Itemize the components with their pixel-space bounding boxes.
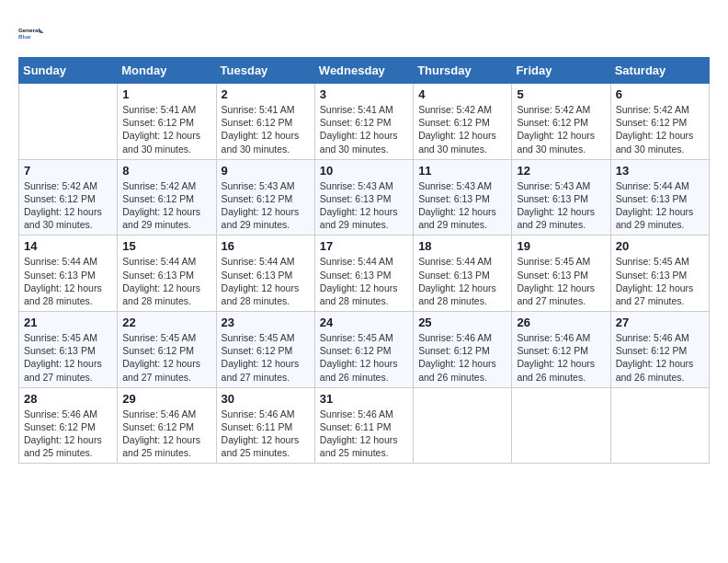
calendar-week-2: 7Sunrise: 5:42 AM Sunset: 6:12 PM Daylig…: [19, 159, 710, 236]
calendar-cell: 17Sunrise: 5:44 AM Sunset: 6:13 PM Dayli…: [314, 236, 413, 312]
day-number: 11: [418, 164, 506, 178]
day-number: 12: [517, 164, 605, 178]
day-number: 22: [122, 316, 210, 329]
day-number: 4: [418, 87, 506, 101]
day-number: 28: [24, 392, 112, 406]
day-number: 14: [24, 239, 112, 253]
calendar-cell: [610, 387, 709, 464]
day-number: 3: [320, 87, 408, 101]
day-number: 5: [517, 87, 605, 101]
calendar-header-row: SundayMondayTuesdayWednesdayThursdayFrid…: [19, 58, 710, 84]
calendar-week-1: 1Sunrise: 5:41 AM Sunset: 6:12 PM Daylig…: [19, 84, 710, 160]
day-number: 6: [616, 87, 704, 101]
day-info: Sunrise: 5:41 AM Sunset: 6:12 PM Dayligh…: [222, 103, 310, 155]
day-info: Sunrise: 5:46 AM Sunset: 6:12 PM Dayligh…: [418, 331, 506, 384]
calendar-cell: 5Sunrise: 5:42 AM Sunset: 6:12 PM Daylig…: [512, 84, 610, 160]
calendar-cell: 21Sunrise: 5:45 AM Sunset: 6:13 PM Dayli…: [19, 312, 118, 388]
column-header-thursday: Thursday: [414, 58, 512, 84]
column-header-friday: Friday: [512, 58, 610, 84]
day-number: 30: [222, 392, 310, 406]
calendar-cell: [512, 387, 610, 464]
day-info: Sunrise: 5:43 AM Sunset: 6:12 PM Dayligh…: [222, 179, 310, 232]
day-number: 9: [222, 164, 310, 178]
calendar-cell: 23Sunrise: 5:45 AM Sunset: 6:12 PM Dayli…: [216, 312, 314, 388]
calendar-cell: 11Sunrise: 5:43 AM Sunset: 6:13 PM Dayli…: [414, 159, 512, 236]
calendar-table: SundayMondayTuesdayWednesdayThursdayFrid…: [18, 57, 710, 464]
day-info: Sunrise: 5:46 AM Sunset: 6:12 PM Dayligh…: [122, 408, 210, 460]
logo-icon: GeneralBlue: [18, 18, 48, 48]
day-number: 7: [24, 164, 112, 178]
day-number: 15: [122, 239, 210, 253]
svg-text:General: General: [18, 27, 40, 33]
day-info: Sunrise: 5:42 AM Sunset: 6:12 PM Dayligh…: [24, 179, 112, 232]
day-number: 24: [320, 316, 408, 329]
column-header-sunday: Sunday: [19, 58, 118, 84]
calendar-cell: 25Sunrise: 5:46 AM Sunset: 6:12 PM Dayli…: [414, 312, 512, 388]
calendar-week-5: 28Sunrise: 5:46 AM Sunset: 6:12 PM Dayli…: [19, 387, 710, 464]
day-number: 25: [418, 316, 506, 329]
day-number: 10: [320, 164, 408, 178]
day-number: 2: [222, 87, 310, 101]
day-info: Sunrise: 5:46 AM Sunset: 6:12 PM Dayligh…: [517, 331, 605, 384]
day-info: Sunrise: 5:45 AM Sunset: 6:12 PM Dayligh…: [320, 331, 408, 384]
day-info: Sunrise: 5:44 AM Sunset: 6:13 PM Dayligh…: [24, 255, 112, 307]
day-info: Sunrise: 5:45 AM Sunset: 6:12 PM Dayligh…: [122, 331, 210, 384]
day-number: 23: [222, 316, 310, 329]
day-info: Sunrise: 5:41 AM Sunset: 6:12 PM Dayligh…: [122, 103, 210, 155]
day-info: Sunrise: 5:46 AM Sunset: 6:11 PM Dayligh…: [320, 408, 408, 460]
day-number: 21: [24, 316, 112, 329]
calendar-cell: 29Sunrise: 5:46 AM Sunset: 6:12 PM Dayli…: [118, 387, 216, 464]
calendar-week-3: 14Sunrise: 5:44 AM Sunset: 6:13 PM Dayli…: [19, 236, 710, 312]
day-info: Sunrise: 5:44 AM Sunset: 6:13 PM Dayligh…: [616, 179, 704, 232]
calendar-cell: 18Sunrise: 5:44 AM Sunset: 6:13 PM Dayli…: [414, 236, 512, 312]
day-number: 31: [320, 392, 408, 406]
calendar-body: 1Sunrise: 5:41 AM Sunset: 6:12 PM Daylig…: [19, 84, 710, 464]
calendar-cell: 24Sunrise: 5:45 AM Sunset: 6:12 PM Dayli…: [314, 312, 413, 388]
day-info: Sunrise: 5:41 AM Sunset: 6:12 PM Dayligh…: [320, 103, 408, 155]
calendar-cell: 16Sunrise: 5:44 AM Sunset: 6:13 PM Dayli…: [216, 236, 314, 312]
column-header-monday: Monday: [118, 58, 216, 84]
day-info: Sunrise: 5:46 AM Sunset: 6:11 PM Dayligh…: [222, 408, 310, 460]
calendar-cell: 10Sunrise: 5:43 AM Sunset: 6:13 PM Dayli…: [314, 159, 413, 236]
calendar-cell: 13Sunrise: 5:44 AM Sunset: 6:13 PM Dayli…: [610, 159, 709, 236]
day-info: Sunrise: 5:42 AM Sunset: 6:12 PM Dayligh…: [616, 103, 704, 155]
day-info: Sunrise: 5:46 AM Sunset: 6:12 PM Dayligh…: [616, 331, 704, 384]
day-info: Sunrise: 5:43 AM Sunset: 6:13 PM Dayligh…: [418, 179, 506, 232]
logo: GeneralBlue: [18, 18, 48, 48]
day-number: 16: [222, 239, 310, 253]
calendar-cell: 19Sunrise: 5:45 AM Sunset: 6:13 PM Dayli…: [512, 236, 610, 312]
calendar-cell: 1Sunrise: 5:41 AM Sunset: 6:12 PM Daylig…: [118, 84, 216, 160]
day-info: Sunrise: 5:43 AM Sunset: 6:13 PM Dayligh…: [320, 179, 408, 232]
day-number: 29: [122, 392, 210, 406]
day-number: 1: [122, 87, 210, 101]
calendar-cell: 20Sunrise: 5:45 AM Sunset: 6:13 PM Dayli…: [610, 236, 709, 312]
calendar-cell: 28Sunrise: 5:46 AM Sunset: 6:12 PM Dayli…: [19, 387, 118, 464]
day-info: Sunrise: 5:45 AM Sunset: 6:12 PM Dayligh…: [222, 331, 310, 384]
day-info: Sunrise: 5:42 AM Sunset: 6:12 PM Dayligh…: [517, 103, 605, 155]
day-info: Sunrise: 5:42 AM Sunset: 6:12 PM Dayligh…: [122, 179, 210, 232]
day-number: 27: [616, 316, 704, 329]
day-info: Sunrise: 5:42 AM Sunset: 6:12 PM Dayligh…: [418, 103, 506, 155]
calendar-cell: 2Sunrise: 5:41 AM Sunset: 6:12 PM Daylig…: [216, 84, 314, 160]
day-info: Sunrise: 5:46 AM Sunset: 6:12 PM Dayligh…: [24, 408, 112, 460]
calendar-cell: [19, 84, 118, 160]
day-info: Sunrise: 5:45 AM Sunset: 6:13 PM Dayligh…: [616, 255, 704, 307]
calendar-cell: 27Sunrise: 5:46 AM Sunset: 6:12 PM Dayli…: [610, 312, 709, 388]
day-number: 18: [418, 239, 506, 253]
day-info: Sunrise: 5:44 AM Sunset: 6:13 PM Dayligh…: [418, 255, 506, 307]
calendar-cell: 26Sunrise: 5:46 AM Sunset: 6:12 PM Dayli…: [512, 312, 610, 388]
day-info: Sunrise: 5:43 AM Sunset: 6:13 PM Dayligh…: [517, 179, 605, 232]
calendar-cell: 7Sunrise: 5:42 AM Sunset: 6:12 PM Daylig…: [19, 159, 118, 236]
calendar-cell: 12Sunrise: 5:43 AM Sunset: 6:13 PM Dayli…: [512, 159, 610, 236]
day-number: 17: [320, 239, 408, 253]
calendar-cell: 14Sunrise: 5:44 AM Sunset: 6:13 PM Dayli…: [19, 236, 118, 312]
day-info: Sunrise: 5:44 AM Sunset: 6:13 PM Dayligh…: [222, 255, 310, 307]
day-info: Sunrise: 5:44 AM Sunset: 6:13 PM Dayligh…: [320, 255, 408, 307]
svg-text:Blue: Blue: [18, 33, 31, 40]
calendar-cell: [414, 387, 512, 464]
day-info: Sunrise: 5:44 AM Sunset: 6:13 PM Dayligh…: [122, 255, 210, 307]
day-info: Sunrise: 5:45 AM Sunset: 6:13 PM Dayligh…: [24, 331, 112, 384]
column-header-tuesday: Tuesday: [216, 58, 314, 84]
calendar-cell: 8Sunrise: 5:42 AM Sunset: 6:12 PM Daylig…: [118, 159, 216, 236]
calendar-cell: 9Sunrise: 5:43 AM Sunset: 6:12 PM Daylig…: [216, 159, 314, 236]
